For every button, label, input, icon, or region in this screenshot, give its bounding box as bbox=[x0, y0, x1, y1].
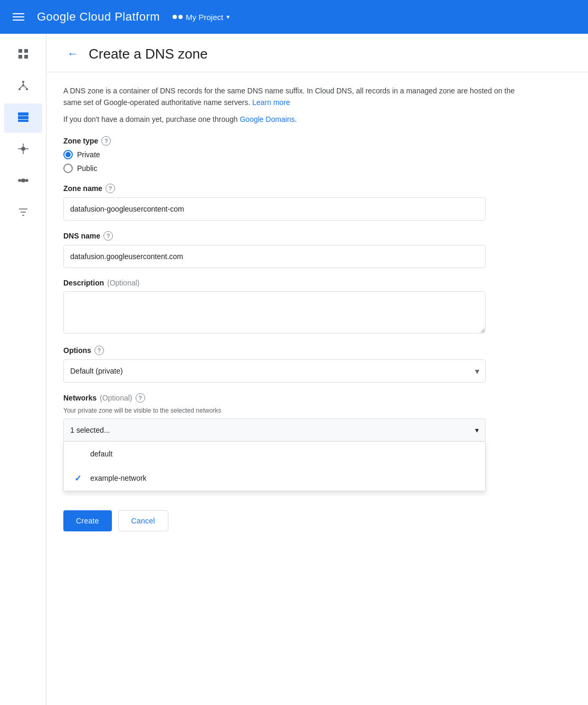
networks-subtitle: Your private zone will be visible to the… bbox=[63, 407, 526, 414]
sidebar-item-dns[interactable] bbox=[4, 103, 42, 133]
dns-name-field: DNS name ? bbox=[63, 231, 526, 268]
networks-label: Networks (Optional) ? bbox=[63, 393, 526, 403]
hamburger-menu[interactable] bbox=[8, 9, 29, 25]
dropdown-item-example-network[interactable]: ✓ example-network bbox=[64, 466, 485, 491]
svg-point-7 bbox=[22, 84, 24, 87]
app-title: Google Cloud Platform bbox=[37, 10, 160, 24]
radio-public-label: Public bbox=[77, 164, 97, 173]
page-title: Create a DNS zone bbox=[89, 46, 207, 62]
sidebar-item-dashboard[interactable] bbox=[4, 40, 42, 70]
svg-point-20 bbox=[26, 179, 28, 182]
hybrid-icon bbox=[17, 174, 30, 189]
sidebar bbox=[0, 34, 46, 705]
svg-point-6 bbox=[26, 88, 28, 90]
zone-type-field: Zone type ? Private Public bbox=[63, 136, 526, 173]
radio-private[interactable]: Private bbox=[63, 150, 526, 159]
networks-field: Networks (Optional) ? Your private zone … bbox=[63, 393, 526, 491]
create-button[interactable]: Create bbox=[63, 510, 112, 531]
svg-point-14 bbox=[22, 147, 25, 150]
project-name: My Project bbox=[186, 13, 223, 22]
networks-trigger[interactable]: 1 selected... ▾ bbox=[63, 418, 486, 442]
example-network-check-icon: ✓ bbox=[74, 473, 85, 483]
zone-name-field: Zone name ? bbox=[63, 184, 526, 221]
dropdown-item-default-label: default bbox=[90, 450, 112, 458]
options-help-icon[interactable]: ? bbox=[94, 346, 104, 355]
options-select-wrapper: Default (private) Custom ▾ bbox=[63, 359, 486, 383]
top-navigation: Google Cloud Platform My Project ▾ bbox=[0, 0, 588, 34]
networks-chevron-icon: ▾ bbox=[475, 426, 479, 434]
svg-rect-2 bbox=[18, 55, 22, 59]
zone-name-label: Zone name ? bbox=[63, 184, 526, 193]
options-label: Options ? bbox=[63, 346, 526, 355]
svg-rect-12 bbox=[18, 116, 29, 119]
networks-selected-count: 1 selected... bbox=[70, 426, 110, 434]
svg-point-4 bbox=[22, 81, 24, 83]
cancel-button[interactable]: Cancel bbox=[118, 510, 168, 531]
project-selector[interactable]: My Project ▾ bbox=[173, 13, 230, 22]
page-header: ← Create a DNS zone bbox=[46, 34, 588, 72]
svg-rect-3 bbox=[24, 55, 28, 59]
svg-rect-1 bbox=[24, 49, 28, 53]
dropdown-item-example-network-label: example-network bbox=[90, 474, 147, 482]
radio-private-label: Private bbox=[77, 150, 100, 159]
svg-point-5 bbox=[18, 88, 21, 90]
description-field: Description (Optional) bbox=[63, 279, 526, 335]
description-textarea[interactable] bbox=[63, 291, 486, 334]
zone-type-radio-group: Private Public bbox=[63, 150, 526, 173]
routes-icon bbox=[17, 142, 30, 157]
svg-rect-13 bbox=[18, 120, 29, 122]
svg-rect-0 bbox=[18, 49, 22, 53]
svg-point-19 bbox=[18, 179, 21, 182]
sidebar-item-routes[interactable] bbox=[4, 135, 42, 165]
form-container: A DNS zone is a container of DNS records… bbox=[46, 72, 543, 557]
networks-dropdown: default ✓ example-network bbox=[63, 442, 486, 491]
networks-help-icon[interactable]: ? bbox=[136, 393, 145, 403]
sidebar-item-hybrid[interactable] bbox=[4, 167, 42, 196]
google-domains-link[interactable]: Google Domains bbox=[240, 115, 295, 123]
options-select[interactable]: Default (private) Custom bbox=[63, 359, 486, 383]
svg-line-10 bbox=[24, 86, 26, 88]
network-icon bbox=[17, 79, 30, 94]
svg-rect-11 bbox=[18, 112, 29, 116]
back-button[interactable]: ← bbox=[63, 44, 82, 63]
networks-dropdown-wrapper: 1 selected... ▾ default ✓ example-networ… bbox=[63, 418, 486, 491]
sidebar-item-networking[interactable] bbox=[4, 72, 42, 101]
dns-icon bbox=[17, 111, 30, 126]
zone-type-help-icon[interactable]: ? bbox=[101, 136, 111, 146]
options-field: Options ? Default (private) Custom ▾ bbox=[63, 346, 526, 383]
radio-private-input[interactable] bbox=[63, 150, 73, 159]
description-label: Description (Optional) bbox=[63, 279, 526, 287]
radio-public[interactable]: Public bbox=[63, 164, 526, 173]
project-chevron-icon: ▾ bbox=[226, 13, 230, 21]
description-text: A DNS zone is a container of DNS records… bbox=[63, 85, 526, 109]
dns-name-input[interactable] bbox=[63, 245, 486, 268]
zone-name-help-icon[interactable]: ? bbox=[106, 184, 115, 193]
zone-type-label: Zone type ? bbox=[63, 136, 526, 146]
domain-text: If you don't have a domain yet, purchase… bbox=[63, 115, 526, 123]
sidebar-item-filter[interactable] bbox=[4, 198, 42, 228]
default-check-icon bbox=[74, 449, 85, 459]
svg-line-9 bbox=[20, 86, 22, 88]
zone-name-input[interactable] bbox=[63, 197, 486, 221]
radio-public-input[interactable] bbox=[63, 164, 73, 173]
dropdown-item-default[interactable]: default bbox=[64, 442, 485, 466]
filter-icon bbox=[17, 206, 30, 221]
main-content: ← Create a DNS zone A DNS zone is a cont… bbox=[46, 34, 588, 705]
dns-name-label: DNS name ? bbox=[63, 231, 526, 241]
learn-more-link[interactable]: Learn more bbox=[252, 98, 290, 107]
dashboard-icon bbox=[17, 47, 30, 62]
project-icon bbox=[173, 15, 183, 19]
dns-name-help-icon[interactable]: ? bbox=[103, 231, 113, 241]
button-row: Create Cancel bbox=[63, 502, 526, 544]
